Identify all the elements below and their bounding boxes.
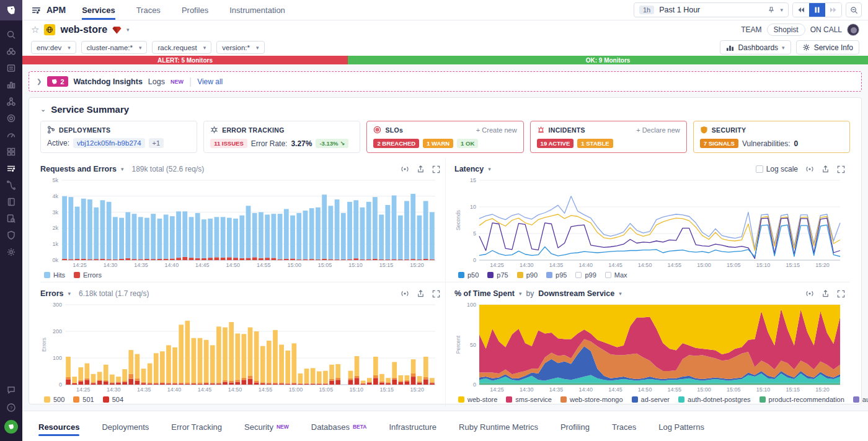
export-icon[interactable] bbox=[417, 165, 425, 173]
summary-card-incidents[interactable]: INCIDENTS+ Declare new19 ACTIVE1 STABLE bbox=[530, 121, 687, 153]
dashboards-button[interactable]: Dashboards▾ bbox=[720, 40, 790, 55]
expand-icon[interactable] bbox=[837, 165, 845, 173]
legend-item[interactable]: 501 bbox=[73, 396, 94, 403]
legend-item[interactable]: ad-server bbox=[632, 396, 670, 403]
chart-title-caret-icon[interactable]: ▾ bbox=[121, 166, 124, 172]
export-icon[interactable] bbox=[417, 289, 425, 298]
deployment-link[interactable]: vbj12ck05fn-b9b274 bbox=[73, 138, 145, 148]
skip-forward-button[interactable] bbox=[825, 3, 841, 17]
legend-item[interactable]: auth-dotnet-postgres bbox=[678, 396, 751, 403]
summary-card-security[interactable]: SECURITY7 SIGNALSVulnerabilities:0 bbox=[693, 121, 850, 153]
sidebar-item-dashboards[interactable] bbox=[2, 79, 20, 90]
tab-resources[interactable]: Resources bbox=[38, 411, 79, 441]
chart-plot-2[interactable]: 010020030014:2514:3014:3514:4014:4514:50… bbox=[40, 301, 440, 394]
legend-item[interactable]: web-store bbox=[458, 396, 497, 403]
team-pill[interactable]: Shopist bbox=[767, 24, 805, 36]
export-icon[interactable] bbox=[822, 165, 830, 173]
sidebar-item-notebooks[interactable] bbox=[2, 196, 20, 207]
expand-icon[interactable] bbox=[432, 165, 440, 173]
legend-item[interactable]: sms-service bbox=[506, 396, 552, 403]
nav-tab-instrumentation[interactable]: Instrumentation bbox=[229, 0, 285, 20]
filter-pill[interactable]: version:*▾ bbox=[216, 41, 264, 54]
expand-icon[interactable] bbox=[432, 290, 440, 298]
group-by-dropdown[interactable]: Downstream Service bbox=[538, 289, 614, 298]
sidebar-item-search[interactable] bbox=[2, 29, 20, 40]
tab-profiling[interactable]: Profiling bbox=[560, 411, 590, 441]
service-info-button[interactable]: Service Info bbox=[796, 40, 859, 55]
legend-item[interactable]: product-recommendation bbox=[760, 396, 844, 403]
legend-item[interactable]: 504 bbox=[103, 396, 123, 403]
tab-error-tracking[interactable]: Error Tracking bbox=[171, 411, 222, 441]
apm-product-icon[interactable] bbox=[31, 5, 42, 15]
sidebar-item-apm[interactable] bbox=[2, 163, 20, 173]
sidebar-item-synthetics[interactable] bbox=[2, 129, 20, 140]
sidebar-item-watchdog[interactable] bbox=[2, 46, 20, 56]
tab-infrastructure[interactable]: Infrastructure bbox=[389, 411, 436, 441]
collapse-chevron-icon[interactable]: ⌄ bbox=[40, 105, 46, 113]
tab-databases[interactable]: DatabasesBETA bbox=[311, 411, 367, 441]
sidebar-item-security[interactable] bbox=[2, 230, 20, 240]
legend-item[interactable]: Errors bbox=[74, 271, 102, 279]
sidebar-item-service-map[interactable] bbox=[2, 180, 20, 190]
view-all-link[interactable]: View all bbox=[197, 77, 223, 86]
chart-plot-3[interactable]: 05010014:2514:3014:3514:4014:4514:5014:5… bbox=[454, 301, 845, 394]
legend-item[interactable]: 500 bbox=[44, 396, 64, 403]
pause-button[interactable] bbox=[809, 3, 825, 17]
chart-title-caret-icon[interactable]: ▾ bbox=[68, 290, 71, 297]
legend-item[interactable]: p75 bbox=[487, 271, 508, 279]
chart-title-dropdown[interactable]: Requests and Errors bbox=[40, 165, 117, 173]
insight-icon[interactable] bbox=[401, 289, 409, 298]
user-avatar[interactable] bbox=[4, 420, 18, 434]
tab-deployments[interactable]: Deployments bbox=[102, 411, 149, 441]
group-by-caret-icon[interactable]: ▾ bbox=[619, 290, 622, 297]
summary-card-deployments[interactable]: DEPLOYMENTSActive:vbj12ck05fn-b9b274+1 bbox=[40, 121, 197, 153]
expand-icon[interactable] bbox=[837, 290, 845, 298]
card-action-link[interactable]: + Declare new bbox=[636, 126, 680, 134]
chart-title-dropdown[interactable]: Errors bbox=[40, 289, 64, 298]
time-range-selector[interactable]: 1h Past 1 Hour ▾ bbox=[634, 2, 789, 17]
zoom-out-button[interactable] bbox=[846, 2, 862, 17]
legend-item[interactable]: p90 bbox=[517, 271, 538, 279]
filter-pill[interactable]: rack.request▾ bbox=[152, 41, 211, 54]
tab-security[interactable]: SecurityNEW bbox=[244, 411, 289, 441]
sidebar-item-logs[interactable] bbox=[2, 213, 20, 224]
nav-tab-services[interactable]: Services bbox=[82, 0, 115, 20]
sidebar-item-settings[interactable] bbox=[2, 247, 20, 257]
insight-icon[interactable] bbox=[401, 165, 409, 173]
skip-back-button[interactable] bbox=[793, 3, 809, 17]
chart-plot-1[interactable]: 05101514:2514:3014:3514:4014:4514:5014:5… bbox=[454, 177, 845, 269]
sidebar-item-infrastructure[interactable] bbox=[2, 96, 20, 107]
legend-item[interactable]: p50 bbox=[458, 271, 479, 279]
datadog-logo[interactable] bbox=[0, 0, 22, 20]
favorite-star-icon[interactable]: ☆ bbox=[31, 24, 39, 35]
sidebar-item-events[interactable] bbox=[2, 63, 20, 73]
insight-icon[interactable] bbox=[805, 289, 814, 298]
expand-chevron-icon[interactable]: ❯ bbox=[37, 78, 42, 85]
filter-pill[interactable]: cluster-name:*▾ bbox=[81, 41, 148, 54]
legend-item[interactable]: Hits bbox=[44, 271, 65, 279]
legend-item[interactable]: p99 bbox=[575, 271, 596, 279]
sidebar-item-integrations[interactable] bbox=[2, 146, 20, 157]
service-caret-icon[interactable]: ▾ bbox=[126, 27, 130, 33]
summary-card-slos[interactable]: SLOs+ Create new2 BREACHED1 WARN1 OK bbox=[366, 121, 523, 153]
legend-item[interactable]: p95 bbox=[546, 271, 567, 279]
help-icon[interactable]: ? bbox=[2, 402, 20, 413]
chat-icon[interactable] bbox=[2, 384, 20, 395]
nav-tab-traces[interactable]: Traces bbox=[136, 0, 161, 20]
time-caret-icon[interactable]: ▾ bbox=[780, 7, 783, 13]
log-scale-checkbox[interactable]: Log scale bbox=[756, 165, 798, 173]
summary-card-error-tracking[interactable]: ERROR TRACKING11 ISSUESError Rate:3.27%-… bbox=[203, 121, 360, 153]
legend-item[interactable]: auth-dotnet bbox=[853, 396, 868, 403]
sidebar-item-monitors[interactable] bbox=[2, 113, 20, 123]
monitor-ok-segment[interactable]: OK: 9 Monitors bbox=[348, 56, 868, 64]
monitor-alert-segment[interactable]: ALERT: 5 Monitors bbox=[22, 56, 348, 64]
tab-traces[interactable]: Traces bbox=[612, 411, 636, 441]
insight-icon[interactable] bbox=[805, 165, 814, 173]
watchdog-insights-bar[interactable]: ❯ 2 Watchdog Insights Logs NEW | View al… bbox=[29, 71, 862, 92]
chart-title-caret-icon[interactable]: ▾ bbox=[519, 290, 522, 297]
tab-ruby-runtime-metrics[interactable]: Ruby Runtime Metrics bbox=[459, 411, 538, 441]
chart-title-dropdown[interactable]: % of Time Spent bbox=[454, 289, 515, 298]
export-icon[interactable] bbox=[822, 289, 830, 298]
chart-title-dropdown[interactable]: Latency bbox=[454, 165, 484, 173]
legend-item[interactable]: web-store-mongo bbox=[560, 396, 623, 403]
